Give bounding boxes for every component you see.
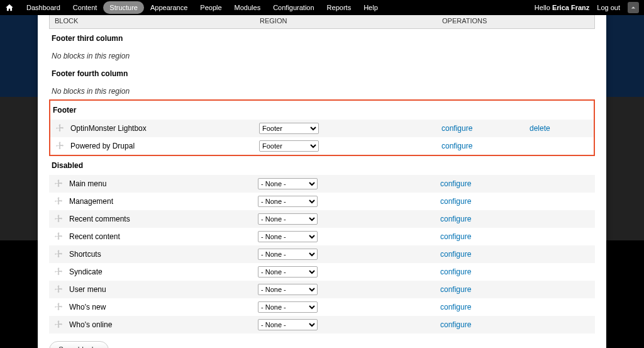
configure-link[interactable]: configure: [440, 285, 471, 294]
delete-link[interactable]: delete: [530, 124, 550, 133]
configure-link[interactable]: configure: [440, 250, 471, 259]
block-name: OptinMonster Lightbox: [70, 124, 259, 133]
toolbar-menu-reports[interactable]: Reports: [321, 1, 358, 14]
region-select[interactable]: - None -HeaderNavigationSidebar firstSid…: [259, 140, 319, 152]
header-region: REGION: [255, 13, 437, 28]
region-select[interactable]: - None -HeaderNavigationSidebar firstSid…: [258, 301, 318, 313]
block-row: Who's new- None -HeaderNavigationSidebar…: [49, 298, 595, 316]
region-select[interactable]: - None -HeaderNavigationSidebar firstSid…: [258, 196, 318, 207]
region-heading: Disabled: [49, 156, 595, 175]
drag-handle-icon[interactable]: [54, 197, 63, 206]
block-name: Who's online: [69, 320, 258, 329]
block-name: Recent content: [69, 232, 258, 241]
region-select[interactable]: - None -HeaderNavigationSidebar firstSid…: [258, 178, 318, 189]
toolbar-menu-content[interactable]: Content: [67, 1, 104, 14]
header-block: BLOCK: [50, 13, 255, 28]
configure-link[interactable]: configure: [441, 124, 472, 133]
block-name: Powered by Drupal: [70, 142, 259, 150]
toolbar-menu-dashboard[interactable]: Dashboard: [20, 1, 67, 14]
region-select[interactable]: - None -HeaderNavigationSidebar firstSid…: [259, 123, 319, 134]
user-greeting: Hello Erica Franz: [535, 4, 589, 11]
block-row: Who's online- None -HeaderNavigationSide…: [49, 316, 595, 334]
block-row: OptinMonster Lightbox- None -HeaderNavig…: [50, 120, 594, 137]
block-row: Syndicate- None -HeaderNavigationSidebar…: [49, 263, 595, 281]
block-name: Management: [69, 197, 258, 206]
empty-region-message: No blocks in this region: [49, 83, 595, 99]
block-row: Management- None -HeaderNavigationSideba…: [49, 193, 595, 210]
block-row: Shortcuts- None -HeaderNavigationSidebar…: [49, 245, 595, 263]
block-row: User menu- None -HeaderNavigationSidebar…: [49, 281, 595, 298]
region-select[interactable]: - None -HeaderNavigationSidebar firstSid…: [258, 249, 318, 260]
empty-region-message: No blocks in this region: [49, 48, 595, 64]
configure-link[interactable]: configure: [440, 232, 471, 241]
configure-link[interactable]: configure: [440, 215, 471, 223]
configure-link[interactable]: configure: [440, 267, 471, 276]
drag-handle-icon[interactable]: [54, 232, 63, 241]
block-name: Shortcuts: [69, 250, 258, 259]
toolbar-menu-help[interactable]: Help: [357, 1, 384, 14]
drag-handle-icon[interactable]: [54, 285, 63, 294]
region-select[interactable]: - None -HeaderNavigationSidebar firstSid…: [258, 213, 318, 225]
drag-handle-icon[interactable]: [54, 303, 63, 312]
drag-handle-icon[interactable]: [54, 179, 63, 188]
block-row: Recent content- None -HeaderNavigationSi…: [49, 228, 595, 245]
block-row: Main menu- None -HeaderNavigationSidebar…: [49, 175, 595, 193]
blocks-admin-panel: BLOCK REGION OPERATIONS Footer third col…: [38, 13, 606, 348]
block-row: Powered by Drupal- None -HeaderNavigatio…: [50, 137, 594, 155]
drag-handle-icon[interactable]: [54, 215, 63, 223]
region-heading: Footer fourth column: [49, 64, 595, 83]
configure-link[interactable]: configure: [440, 303, 471, 312]
drag-handle-icon[interactable]: [54, 250, 63, 259]
block-name: Syndicate: [69, 267, 258, 276]
block-row: Recent comments- None -HeaderNavigationS…: [49, 210, 595, 228]
region-heading: Footer third column: [49, 29, 595, 48]
drag-handle-icon[interactable]: [55, 124, 64, 133]
block-name: Recent comments: [69, 215, 258, 223]
toolbar-menu-appearance[interactable]: Appearance: [144, 1, 194, 14]
drag-handle-icon[interactable]: [55, 142, 64, 150]
header-operations: OPERATIONS: [437, 13, 594, 28]
toolbar-menu-structure[interactable]: Structure: [103, 1, 144, 14]
configure-link[interactable]: configure: [440, 197, 471, 206]
configure-link[interactable]: configure: [440, 320, 471, 329]
chevron-up-icon: [631, 5, 636, 10]
drag-handle-icon[interactable]: [54, 320, 63, 329]
admin-toolbar: DashboardContentStructureAppearancePeopl…: [0, 0, 644, 15]
region-heading: Footer: [50, 101, 594, 120]
save-blocks-button[interactable]: Save blocks: [49, 341, 109, 348]
logout-link[interactable]: Log out: [597, 4, 620, 11]
toolbar-menu-modules[interactable]: Modules: [228, 1, 267, 14]
region-select[interactable]: - None -HeaderNavigationSidebar firstSid…: [258, 231, 318, 242]
configure-link[interactable]: configure: [441, 142, 472, 150]
block-name: User menu: [69, 285, 258, 294]
block-name: Main menu: [69, 179, 258, 188]
toolbar-toggle[interactable]: [628, 2, 639, 13]
region-select[interactable]: - None -HeaderNavigationSidebar firstSid…: [258, 319, 318, 330]
block-name: Who's new: [69, 303, 258, 312]
home-icon[interactable]: [5, 3, 14, 12]
configure-link[interactable]: configure: [440, 179, 471, 188]
drag-handle-icon[interactable]: [54, 267, 63, 276]
toolbar-menu-configuration[interactable]: Configuration: [267, 1, 320, 14]
region-select[interactable]: - None -HeaderNavigationSidebar firstSid…: [258, 266, 318, 278]
toolbar-menu-people[interactable]: People: [194, 1, 228, 14]
region-select[interactable]: - None -HeaderNavigationSidebar firstSid…: [258, 284, 318, 295]
toolbar-menu: DashboardContentStructureAppearancePeopl…: [20, 1, 384, 14]
